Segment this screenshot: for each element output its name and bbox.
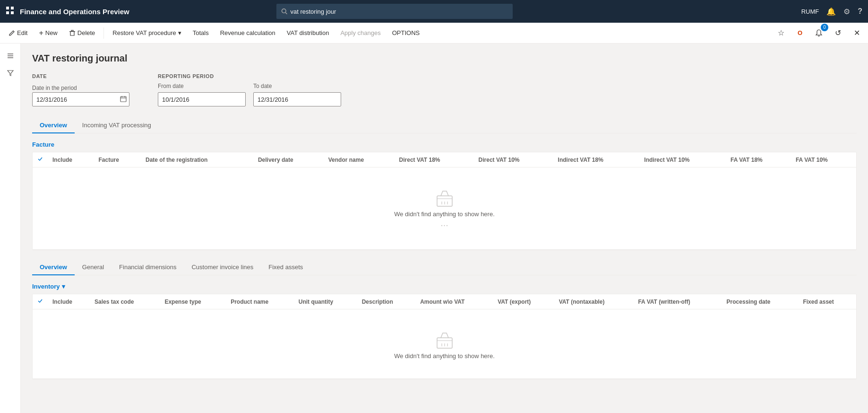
restore-vat-label: Restore VAT procedure <box>112 29 176 36</box>
empty-basket-icon-lower <box>433 328 456 352</box>
settings-icon[interactable]: ⚙ <box>843 7 850 16</box>
inv-col-unit-qty: Unit quantity <box>294 294 357 309</box>
facture-label: Facture <box>32 141 54 148</box>
app-grid-icon[interactable] <box>6 6 14 17</box>
bell-icon[interactable]: 🔔 <box>826 7 836 16</box>
reporting-period-label: REPORTING PERIOD <box>158 73 341 79</box>
inv-col-amount: Amount w\o VAT <box>415 294 493 309</box>
from-date-input[interactable] <box>158 92 246 106</box>
sidebar-filter-icon[interactable] <box>2 64 19 81</box>
col-direct-vat18: Direct VAT 18% <box>395 152 474 167</box>
delete-label: Delete <box>77 29 95 36</box>
col-fa-vat18: FA VAT 18% <box>726 152 791 167</box>
notification-badge: 0 <box>821 24 828 31</box>
svg-rect-10 <box>120 97 126 102</box>
sidebar-nav-icon[interactable] <box>2 47 19 64</box>
options-label: OPTIONS <box>392 29 420 36</box>
totals-button[interactable]: Totals <box>188 26 214 41</box>
col-date-reg: Date of the registration <box>141 152 253 167</box>
apply-changes-button[interactable]: Apply changes <box>335 26 385 41</box>
user-label: RUMF <box>801 8 819 15</box>
empty-basket-icon-upper <box>433 186 456 211</box>
svg-point-4 <box>282 9 286 13</box>
inv-col-include: Include <box>48 294 90 309</box>
ellipsis-icon: ··· <box>440 220 448 230</box>
revenue-calc-label: Revenue calculation <box>220 29 275 36</box>
main-layout: VAT restoring journal DATE Date in the p… <box>0 44 868 413</box>
top-nav: Finance and Operations Preview RUMF 🔔 ⚙ … <box>0 0 868 23</box>
svg-rect-15 <box>437 338 452 348</box>
inventory-table-head: Include Sales tax code Expense type Prod… <box>33 294 856 309</box>
svg-line-5 <box>285 12 287 14</box>
col-fa-vat10: FA VAT 10% <box>791 152 856 167</box>
inv-col-product-name: Product name <box>226 294 294 309</box>
facture-empty-text: We didn't find anything to show here. <box>394 211 495 218</box>
office-icon[interactable]: O <box>792 26 808 41</box>
upper-tabs: Overview Incoming VAT processing <box>32 118 857 133</box>
inventory-section-header[interactable]: Inventory ▾ <box>32 283 857 290</box>
tab-customer-invoice-lines[interactable]: Customer invoice lines <box>184 260 261 275</box>
restore-vat-button[interactable]: Restore VAT procedure ▾ <box>108 26 186 41</box>
vat-distribution-button[interactable]: VAT distribution <box>282 26 334 41</box>
top-nav-right: RUMF 🔔 ⚙ ? <box>801 7 862 16</box>
tab-overview-lower[interactable]: Overview <box>32 260 75 275</box>
form-section: DATE Date in the period <box>32 73 857 106</box>
col-delivery-date: Delivery date <box>253 152 324 167</box>
col-indirect-vat10: Indirect VAT 10% <box>639 152 726 167</box>
tab-financial-dimensions[interactable]: Financial dimensions <box>112 260 184 275</box>
inventory-label: Inventory <box>32 283 60 290</box>
inv-col-fa-vat: FA VAT (written-off) <box>633 294 722 309</box>
tab-overview-upper[interactable]: Overview <box>32 118 75 133</box>
page-title: VAT restoring journal <box>32 53 857 64</box>
date-in-period-input[interactable] <box>32 92 129 106</box>
from-date-group: From date <box>158 83 246 106</box>
col-indirect-vat18: Indirect VAT 18% <box>553 152 640 167</box>
date-label: DATE <box>32 73 129 79</box>
refresh-icon[interactable]: ↺ <box>830 26 845 41</box>
action-bar-right: ☆ O 0 ↺ ✕ <box>773 26 864 41</box>
date-in-period-label: Date in the period <box>32 85 129 91</box>
inventory-empty: We didn't find anything to show here. <box>37 313 851 375</box>
date-in-period-input-wrap <box>32 92 129 106</box>
date-group: DATE Date in the period <box>32 73 129 106</box>
svg-rect-0 <box>6 7 9 9</box>
col-vendor-name: Vendor name <box>324 152 395 167</box>
tab-general[interactable]: General <box>75 260 112 275</box>
col-include: Include <box>48 152 94 167</box>
new-button[interactable]: + New <box>34 26 62 41</box>
inventory-table-body: We didn't find anything to show here. <box>33 309 856 379</box>
search-input[interactable] <box>290 8 508 15</box>
edit-button[interactable]: Edit <box>4 26 32 41</box>
svg-rect-1 <box>11 7 14 9</box>
inv-col-proc-date: Processing date <box>722 294 799 309</box>
facture-section-header[interactable]: Facture <box>32 141 857 148</box>
new-label: New <box>45 29 58 36</box>
facture-empty: We didn't find anything to show here. ··… <box>37 171 851 246</box>
tab-fixed-assets[interactable]: Fixed assets <box>261 260 310 275</box>
action-bar: Edit + New Delete Restore VAT procedure … <box>0 23 868 44</box>
options-button[interactable]: OPTIONS <box>387 26 425 41</box>
favorites-icon[interactable]: ☆ <box>773 26 789 41</box>
notification-wrapper: 0 <box>811 26 826 41</box>
to-date-label: To date <box>253 83 341 89</box>
reporting-period-dates: From date To date <box>158 83 341 106</box>
inv-col-sales-tax: Sales tax code <box>90 294 160 309</box>
inv-col-vat-export: VAT (export) <box>493 294 554 309</box>
col-direct-vat10: Direct VAT 10% <box>474 152 553 167</box>
col-check <box>33 152 48 167</box>
delete-button[interactable]: Delete <box>64 26 100 41</box>
col-facture: Facture <box>94 152 141 167</box>
revenue-calc-button[interactable]: Revenue calculation <box>215 26 280 41</box>
search-bar[interactable] <box>276 4 513 19</box>
tab-incoming-vat[interactable]: Incoming VAT processing <box>75 118 159 133</box>
facture-table: Include Facture Date of the registration… <box>33 152 856 250</box>
to-date-input[interactable] <box>253 92 341 106</box>
vat-distribution-label: VAT distribution <box>287 29 329 36</box>
inventory-empty-text: We didn't find anything to show here. <box>394 352 495 360</box>
totals-label: Totals <box>193 29 209 36</box>
inv-col-fixed-asset: Fixed asset <box>798 294 856 309</box>
close-icon[interactable]: ✕ <box>849 26 864 41</box>
calendar-icon[interactable] <box>120 96 127 104</box>
apply-changes-label: Apply changes <box>340 29 380 36</box>
help-icon[interactable]: ? <box>858 7 862 16</box>
